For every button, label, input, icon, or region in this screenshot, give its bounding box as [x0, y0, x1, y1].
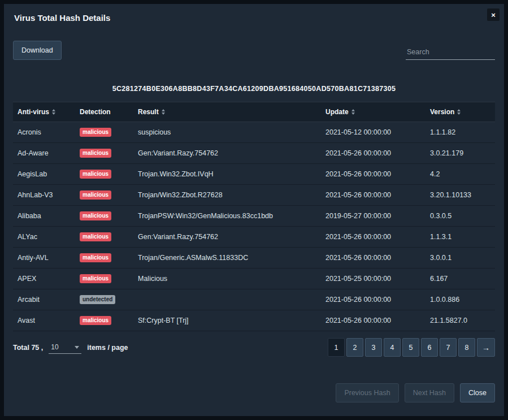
cell-update: 2021-05-26 00:00:00: [321, 254, 425, 262]
close-button[interactable]: Close: [460, 383, 495, 402]
next-page-arrow-icon[interactable]: →: [477, 338, 495, 357]
detection-badge: malicious: [80, 253, 111, 262]
page-button-7[interactable]: 7: [440, 338, 457, 357]
download-button[interactable]: Download: [13, 41, 62, 60]
cell-result: Gen:Variant.Razy.754762: [133, 233, 321, 241]
cell-version: 3.0.21.179: [425, 149, 495, 157]
cell-update: 2021-05-26 00:00:00: [321, 296, 425, 304]
cell-antivirus: APEX: [13, 275, 75, 283]
table-row: AegisLab malicious Trojan.Win32.Zbot.IVq…: [13, 164, 495, 185]
cell-antivirus: AegisLab: [13, 170, 75, 178]
cell-antivirus: Avast: [13, 317, 75, 324]
cell-version: 3.0.0.1: [425, 254, 495, 262]
table-row: Antiy-AVL malicious Trojan/Generic.ASMal…: [13, 248, 495, 269]
detection-badge: malicious: [80, 170, 111, 179]
table-row: Alibaba malicious TrojanPSW:Win32/GenMal…: [13, 206, 495, 227]
sort-icon: [162, 109, 165, 115]
page-button-1[interactable]: 1: [328, 338, 345, 357]
cell-detection: malicious: [75, 316, 133, 325]
cell-update: 2021-05-26 00:00:00: [321, 233, 425, 241]
detection-badge: malicious: [80, 232, 111, 241]
detection-badge: malicious: [80, 190, 111, 200]
cell-update: 2021-05-26 00:00:00: [321, 149, 425, 157]
cell-version: 1.0.0.886: [425, 296, 495, 304]
cell-update: 2021-05-12 00:00:00: [321, 128, 425, 136]
detection-badge: malicious: [80, 274, 111, 283]
table-row: Ad-Aware malicious Gen:Variant.Razy.7547…: [13, 143, 495, 164]
cell-detection: malicious: [75, 232, 133, 241]
cell-detection: malicious: [75, 149, 133, 158]
page-button-8[interactable]: 8: [458, 338, 475, 357]
cell-detection: malicious: [75, 170, 133, 179]
cell-update: 2021-05-26 00:00:00: [321, 170, 425, 178]
toolbar: Download: [4, 26, 504, 60]
cell-version: 4.2: [425, 170, 495, 178]
page-size-value: 10: [51, 343, 58, 351]
cell-antivirus: ALYac: [13, 233, 75, 241]
page-button-4[interactable]: 4: [384, 338, 401, 357]
cell-result: Trojan.Win32.Zbot.IVqH: [133, 170, 321, 178]
cell-antivirus: Acronis: [13, 128, 75, 136]
sort-icon: [351, 109, 355, 115]
page-button-5[interactable]: 5: [402, 338, 419, 357]
items-per-page-label: items / page: [87, 344, 128, 352]
cell-update: 2021-05-25 00:00:00: [321, 275, 425, 283]
sort-icon: [52, 109, 55, 115]
modal-header: Virus Total Hash Details ×: [4, 4, 504, 26]
cell-detection: malicious: [75, 128, 133, 137]
cell-detection: undetected: [75, 295, 133, 304]
next-hash-button[interactable]: Next Hash: [405, 383, 454, 402]
cell-result: Gen:Variant.Razy.754762: [133, 149, 321, 157]
page-button-3[interactable]: 3: [365, 338, 382, 357]
detection-badge: undetected: [80, 295, 115, 304]
cell-update: 2021-05-26 00:00:00: [321, 191, 425, 199]
page-button-2[interactable]: 2: [346, 338, 363, 357]
cell-update: 2019-05-27 00:00:00: [321, 212, 425, 220]
header-result[interactable]: Result: [133, 108, 321, 116]
total-label: Total 75 ,: [13, 344, 43, 352]
cell-result: TrojanPSW:Win32/GenMalicious.83cc1bdb: [133, 212, 321, 220]
table-row: AhnLab-V3 malicious Trojan/Win32.Zbot.R2…: [13, 185, 495, 206]
modal-title: Virus Total Hash Details: [14, 13, 494, 23]
search-input[interactable]: [406, 45, 495, 60]
cell-detection: malicious: [75, 211, 133, 220]
cell-result: Trojan/Win32.Zbot.R27628: [133, 191, 321, 199]
cell-version: 0.3.0.5: [425, 212, 495, 220]
table-row: Arcabit undetected 2021-05-26 00:00:00 1…: [13, 289, 495, 310]
antivirus-table: Anti-virus Detection Result Update Versi…: [13, 102, 495, 331]
table-row: Acronis malicious suspicious 2021-05-12 …: [13, 122, 495, 143]
cell-antivirus: AhnLab-V3: [13, 191, 75, 199]
cell-result: Trojan/Generic.ASMalwS.11833DC: [133, 254, 321, 262]
close-icon[interactable]: ×: [487, 8, 500, 21]
cell-detection: malicious: [75, 274, 133, 283]
header-version[interactable]: Version: [425, 108, 495, 116]
detection-badge: malicious: [80, 211, 111, 220]
cell-version: 1.1.1.82: [425, 128, 495, 136]
action-bar: Previous Hash Next Hash Close: [4, 373, 504, 416]
detection-badge: malicious: [80, 316, 111, 325]
hash-value: 5C281274B0E306A8BB8D43F7A34CA61209DBA951…: [4, 85, 504, 93]
header-update[interactable]: Update: [321, 108, 425, 116]
table-row: APEX malicious Malicious 2021-05-25 00:0…: [13, 269, 495, 289]
table-row: Avast malicious Sf:Crypt-BT [Trj] 2021-0…: [13, 310, 495, 331]
cell-version: 1.1.3.1: [425, 233, 495, 241]
chevron-down-icon: [75, 346, 79, 349]
previous-hash-button[interactable]: Previous Hash: [336, 383, 398, 402]
cell-antivirus: Alibaba: [13, 212, 75, 220]
header-antivirus[interactable]: Anti-virus: [13, 108, 75, 116]
cell-version: 21.1.5827.0: [425, 317, 495, 324]
cell-antivirus: Arcabit: [13, 296, 75, 304]
total-group: Total 75 , 10 items / page: [13, 341, 128, 354]
page-button-6[interactable]: 6: [421, 338, 438, 357]
table-footer: Total 75 , 10 items / page 1 2 3 4 5 6 7…: [4, 331, 504, 357]
table-header-row: Anti-virus Detection Result Update Versi…: [13, 102, 495, 122]
cell-antivirus: Ad-Aware: [13, 149, 75, 157]
page-size-select[interactable]: 10: [49, 341, 81, 354]
header-detection: Detection: [75, 108, 133, 116]
detection-badge: malicious: [80, 128, 111, 137]
cell-detection: malicious: [75, 190, 133, 200]
cell-result: Sf:Crypt-BT [Trj]: [133, 317, 321, 324]
virus-total-modal: Virus Total Hash Details × Download 5C28…: [4, 4, 504, 416]
cell-version: 3.20.1.10133: [425, 191, 495, 199]
cell-result: Malicious: [133, 275, 321, 283]
